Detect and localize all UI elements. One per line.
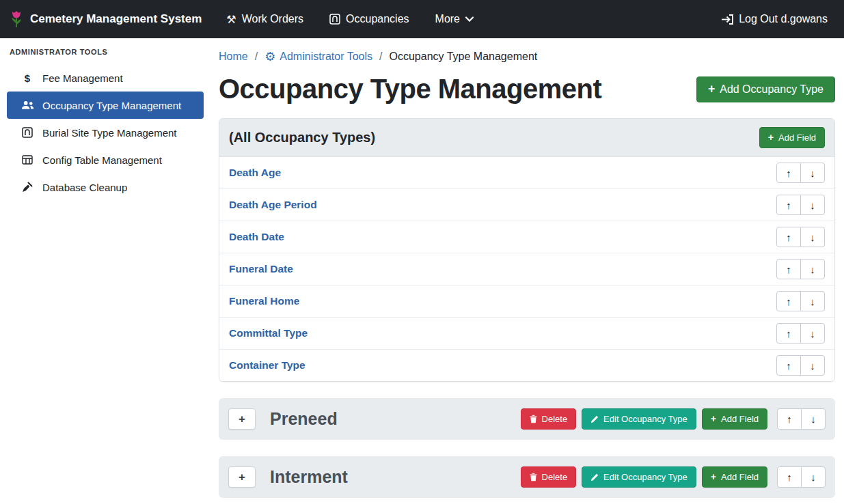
arrow-down-icon: ↓ (810, 360, 815, 372)
move-down-button[interactable]: ↓ (800, 227, 825, 247)
move-down-button[interactable]: ↓ (801, 466, 826, 488)
expand-button[interactable]: + (228, 466, 256, 488)
work-orders-icon: ⚒ (226, 13, 236, 26)
reorder-controls: ↑ ↓ (776, 227, 825, 247)
arrow-up-icon: ↑ (786, 264, 791, 275)
move-up-button[interactable]: ↑ (776, 259, 801, 279)
arrow-down-icon: ↓ (810, 199, 815, 211)
plus-icon: + (711, 414, 716, 423)
delete-button[interactable]: Delete (521, 408, 577, 430)
move-up-button[interactable]: ↑ (776, 291, 801, 311)
breadcrumb-separator: / (379, 51, 382, 63)
arrow-down-icon: ↓ (811, 413, 816, 425)
plus-icon: + (239, 471, 245, 484)
move-up-button[interactable]: ↑ (776, 323, 801, 344)
field-link[interactable]: Committal Type (229, 327, 308, 339)
reorder-controls: ↑ ↓ (776, 195, 825, 215)
delete-button[interactable]: Delete (521, 466, 577, 488)
breadcrumb-current: Occupancy Type Management (390, 51, 538, 63)
sidebar-item-occupancy-type-management[interactable]: Occupancy Type Management (7, 92, 204, 119)
move-up-button[interactable]: ↑ (776, 163, 801, 183)
reorder-controls: ↑ ↓ (777, 466, 826, 488)
page-layout: ADMINISTRATOR TOOLS $ Fee Management Occ… (0, 38, 844, 504)
move-down-button[interactable]: ↓ (800, 355, 825, 376)
field-row: Funeral Home ↑ ↓ (219, 285, 834, 318)
arrow-down-icon: ↓ (810, 296, 815, 307)
move-up-button[interactable]: ↑ (776, 355, 801, 376)
field-link[interactable]: Container Type (229, 359, 305, 372)
field-link[interactable]: Funeral Date (229, 263, 293, 275)
breadcrumb-admin-tools[interactable]: ⚙ Administrator Tools (264, 51, 372, 63)
logout-link[interactable]: Log Out d.gowans (721, 13, 828, 25)
expand-button[interactable]: + (228, 408, 256, 430)
breadcrumb: Home / ⚙ Administrator Tools / Occupancy… (219, 51, 835, 63)
move-down-button[interactable]: ↓ (801, 408, 826, 430)
field-row: Death Date ↑ ↓ (219, 221, 834, 253)
top-navbar: Cemetery Management System ⚒ Work Orders… (0, 0, 844, 38)
pencil-icon (590, 415, 599, 423)
reorder-controls: ↑ ↓ (776, 291, 825, 311)
sidebar-item-label: Burial Site Type Management (42, 127, 177, 139)
sidebar-item-fee-management[interactable]: $ Fee Management (7, 64, 204, 92)
sidebar-item-label: Occupancy Type Management (42, 100, 181, 111)
move-up-button[interactable]: ↑ (777, 466, 802, 488)
logout-label: Log Out d.gowans (739, 13, 828, 25)
reorder-controls: ↑ ↓ (776, 259, 825, 279)
field-row: Death Age Period ↑ ↓ (219, 189, 834, 221)
add-field-label: Add Field (721, 414, 759, 424)
nav-work-orders-label: Work Orders (242, 13, 303, 25)
sidebar-item-config-table-management[interactable]: Config Table Management (7, 146, 204, 173)
add-field-button[interactable]: + Add Field (759, 127, 825, 148)
section-title: Interment (270, 467, 348, 487)
field-link[interactable]: Death Age (229, 167, 281, 179)
move-down-button[interactable]: ↓ (800, 259, 825, 279)
reorder-controls: ↑ ↓ (776, 355, 825, 376)
breadcrumb-home[interactable]: Home (219, 51, 248, 63)
move-up-button[interactable]: ↑ (776, 195, 801, 215)
move-up-button[interactable]: ↑ (776, 227, 801, 247)
arrow-down-icon: ↓ (810, 328, 815, 339)
section-actions: Delete Edit Occupancy Type + Add Field ↑ (521, 408, 826, 430)
move-down-button[interactable]: ↓ (800, 195, 825, 215)
move-down-button[interactable]: ↓ (800, 323, 825, 344)
edit-occupancy-type-button[interactable]: Edit Occupancy Type (582, 408, 696, 430)
add-field-button[interactable]: + Add Field (702, 466, 767, 488)
sidebar-item-burial-site-type-management[interactable]: Burial Site Type Management (7, 119, 204, 146)
add-occupancy-type-button[interactable]: + Add Occupancy Type (696, 76, 835, 102)
sidebar-item-label: Fee Management (42, 72, 123, 84)
arrow-down-icon: ↓ (810, 167, 815, 179)
sidebar: ADMINISTRATOR TOOLS $ Fee Management Occ… (0, 38, 210, 504)
all-occupancy-types-card: (All Occupancy Types) + Add Field Death … (219, 118, 835, 382)
section-title: Preneed (270, 409, 338, 429)
arrow-down-icon: ↓ (810, 264, 815, 275)
move-down-button[interactable]: ↓ (800, 291, 825, 311)
nav-more[interactable]: More (435, 13, 474, 25)
field-link[interactable]: Death Age Period (229, 199, 317, 211)
field-link[interactable]: Death Date (229, 231, 284, 243)
nav-occupancies-label: Occupancies (346, 13, 409, 25)
move-down-button[interactable]: ↓ (800, 163, 825, 183)
field-row: Container Type ↑ ↓ (219, 350, 834, 381)
field-link[interactable]: Funeral Home (229, 295, 299, 307)
reorder-controls: ↑ ↓ (776, 323, 825, 344)
app-brand[interactable]: Cemetery Management System (10, 10, 202, 29)
reorder-controls: ↑ ↓ (776, 163, 825, 183)
arrow-up-icon: ↑ (786, 199, 791, 211)
sidebar-item-database-cleanup[interactable]: Database Cleanup (7, 173, 204, 201)
trash-icon (530, 415, 537, 423)
arrow-up-icon: ↑ (786, 232, 791, 243)
arrow-up-icon: ↑ (786, 167, 791, 179)
add-field-button[interactable]: + Add Field (702, 408, 767, 430)
reorder-controls: ↑ ↓ (777, 408, 826, 430)
section-actions: Delete Edit Occupancy Type + Add Field ↑ (521, 466, 826, 488)
nav-work-orders[interactable]: ⚒ Work Orders (226, 13, 303, 26)
page-title: Occupancy Type Management (219, 74, 601, 104)
move-up-button[interactable]: ↑ (777, 408, 802, 430)
main-content: Home / ⚙ Administrator Tools / Occupancy… (210, 38, 844, 504)
arrow-up-icon: ↑ (787, 471, 792, 483)
nav-occupancies[interactable]: Occupancies (329, 13, 409, 25)
edit-occupancy-type-button[interactable]: Edit Occupancy Type (582, 466, 696, 488)
users-icon (19, 100, 36, 110)
pencil-icon (590, 473, 599, 481)
delete-label: Delete (542, 472, 568, 482)
